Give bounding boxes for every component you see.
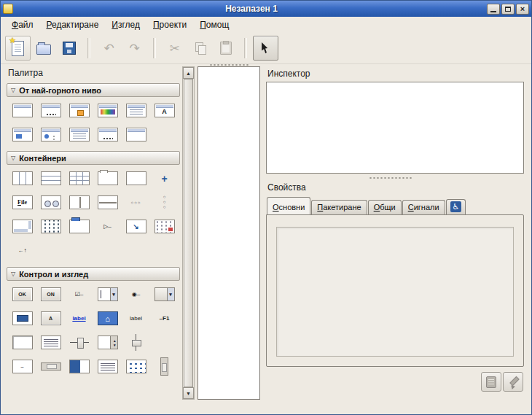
palette-item-recent-chooser-dialog[interactable]: [98, 128, 118, 141]
minimize-button[interactable]: [487, 4, 500, 15]
palette-item-color-button[interactable]: [12, 311, 33, 325]
palette-item-vpaned[interactable]: [98, 195, 118, 209]
paste-button[interactable]: [213, 36, 238, 61]
palette-scrollbar[interactable]: ▲ ▼: [182, 66, 195, 400]
documentation-button[interactable]: [481, 372, 501, 392]
menubar: Файл Редактиране Изглед Проекти Помощ: [1, 17, 531, 33]
palette-item-text-view[interactable]: [41, 336, 61, 349]
palette-item-vbox[interactable]: [41, 171, 61, 185]
palette-item-notebook[interactable]: [69, 220, 90, 233]
palette-item-assistant[interactable]: [69, 128, 90, 141]
palette-item-toolbar[interactable]: [41, 195, 61, 209]
selector-button[interactable]: [253, 36, 278, 61]
palette-item-dialog[interactable]: [41, 104, 61, 117]
palette-item-progress-bar[interactable]: [69, 360, 90, 373]
palette-item-layout[interactable]: ↘: [126, 220, 146, 233]
palette-item-link-button[interactable]: label: [69, 311, 90, 325]
copy-button[interactable]: [187, 36, 213, 61]
palette-item-image[interactable]: –: [12, 360, 33, 373]
close-button[interactable]: ×: [516, 4, 529, 15]
palette-item-about-dialog[interactable]: [69, 104, 90, 117]
palette-item-message-dialog[interactable]: [41, 128, 61, 141]
palette-grid: +File○○○○○○▷–↘←↑: [7, 165, 180, 265]
palette-section-header[interactable]: ▽Контрол и изглед: [7, 267, 180, 281]
palette-item-check-button[interactable]: ☑–: [69, 287, 90, 301]
palette-item-hbuttonbox[interactable]: ○○○: [126, 195, 146, 209]
palette-item-vscale[interactable]: [132, 333, 141, 352]
palette-item-spin-button[interactable]: [98, 336, 118, 349]
new-button[interactable]: [5, 36, 31, 61]
expander-icon: ▽: [11, 271, 15, 277]
design-canvas[interactable]: [197, 66, 260, 400]
properties-title: Свойства: [267, 182, 306, 193]
palette-item-entry[interactable]: [12, 336, 33, 349]
window-title: Незапазен 1: [16, 4, 487, 14]
palette-item-table[interactable]: [69, 171, 90, 185]
palette-item-viewport[interactable]: [154, 220, 175, 233]
palette-item-menubar[interactable]: File: [12, 195, 33, 209]
edit-button[interactable]: [503, 372, 523, 392]
scrollbar-thumb[interactable]: [184, 79, 193, 387]
palette-item-tooltips[interactable]: –F1: [154, 311, 175, 325]
menu-projects[interactable]: Проекти: [146, 18, 193, 32]
palette-item-fixed[interactable]: [126, 171, 146, 185]
palette-section-header[interactable]: ▽От най-горното ниво: [7, 83, 180, 97]
palette-item-handle-box[interactable]: ←↑: [12, 244, 33, 257]
scroll-up-button[interactable]: ▲: [183, 67, 194, 79]
palette-item-label[interactable]: label: [126, 311, 146, 325]
pane-handle[interactable]: [369, 177, 412, 179]
palette-item-accel-label[interactable]: A: [41, 311, 61, 325]
palette-item-window[interactable]: [12, 104, 33, 117]
menu-edit[interactable]: Редактиране: [40, 18, 106, 32]
palette-item-toggle-button[interactable]: ON: [41, 287, 61, 301]
save-floppy-icon: [63, 42, 76, 55]
properties-notebook: [266, 214, 524, 367]
palette-item-input-dialog[interactable]: [12, 128, 33, 141]
palette-item-color-selection-dialog[interactable]: [98, 104, 118, 117]
undo-button[interactable]: ↶: [96, 36, 122, 61]
save-button[interactable]: [56, 36, 82, 61]
palette-section: ▽Контейнери+File○○○○○○▷–↘←↑: [7, 151, 180, 265]
tab-signals[interactable]: Сигнали: [402, 200, 445, 214]
palette-section: ▽Контрол и изгледOKON☑–◉–Alabel⌂label–F1…: [7, 267, 180, 381]
paste-clipboard-icon: [220, 42, 232, 55]
menu-view[interactable]: Изглед: [105, 18, 146, 32]
palette-item-combo-box[interactable]: [154, 287, 175, 301]
palette-item-hscrollbar[interactable]: [41, 362, 61, 371]
palette-item-scrolled-window[interactable]: [12, 220, 33, 233]
palette-item-tree-view[interactable]: [98, 360, 118, 373]
palette-item-popup-window[interactable]: [126, 128, 146, 141]
palette-item-button[interactable]: OK: [12, 287, 33, 301]
redo-button[interactable]: ↷: [122, 36, 147, 61]
palette-item-hpaned[interactable]: [69, 195, 90, 209]
tab-accessibility[interactable]: ♿: [446, 199, 466, 214]
palette-item-frame[interactable]: [98, 171, 118, 185]
palette-item-alignment[interactable]: +: [154, 171, 175, 185]
tab-common[interactable]: Общи: [368, 200, 402, 214]
palette-item-file-chooser-dialog[interactable]: [126, 104, 146, 117]
palette-item-radio-button[interactable]: ◉–: [126, 287, 146, 301]
menu-help[interactable]: Помощ: [193, 18, 235, 32]
menu-file[interactable]: Файл: [5, 18, 40, 32]
tab-general[interactable]: Основни: [267, 197, 310, 215]
scroll-down-button[interactable]: ▼: [183, 387, 194, 399]
palette-item-event-box[interactable]: [41, 220, 61, 233]
cut-scissors-icon: ✂: [169, 42, 179, 55]
palette-item-vbuttonbox[interactable]: ○○○: [160, 194, 168, 211]
palette-item-vscrollbar[interactable]: [160, 357, 168, 376]
copy-icon: [195, 42, 206, 54]
palette-item-hscale[interactable]: [69, 336, 90, 349]
palette-item-expander[interactable]: ▷–: [98, 220, 118, 233]
maximize-button[interactable]: [501, 4, 515, 15]
palette-item-combo-box-entry[interactable]: [98, 287, 118, 301]
cut-button[interactable]: ✂: [162, 36, 187, 61]
palette-item-font-selection-dialog[interactable]: A: [154, 104, 175, 117]
palette-item-icon-view[interactable]: [126, 360, 146, 373]
palette-item-hbox[interactable]: [12, 171, 33, 185]
palette-section-header[interactable]: ▽Контейнери: [7, 151, 180, 165]
tab-packing[interactable]: Пакетиране: [311, 200, 367, 214]
open-button[interactable]: [31, 36, 56, 61]
palette-item-font-button[interactable]: ⌂: [98, 311, 118, 325]
inspector-tree[interactable]: [266, 82, 524, 174]
inspector-title: Инспектор: [267, 69, 310, 79]
